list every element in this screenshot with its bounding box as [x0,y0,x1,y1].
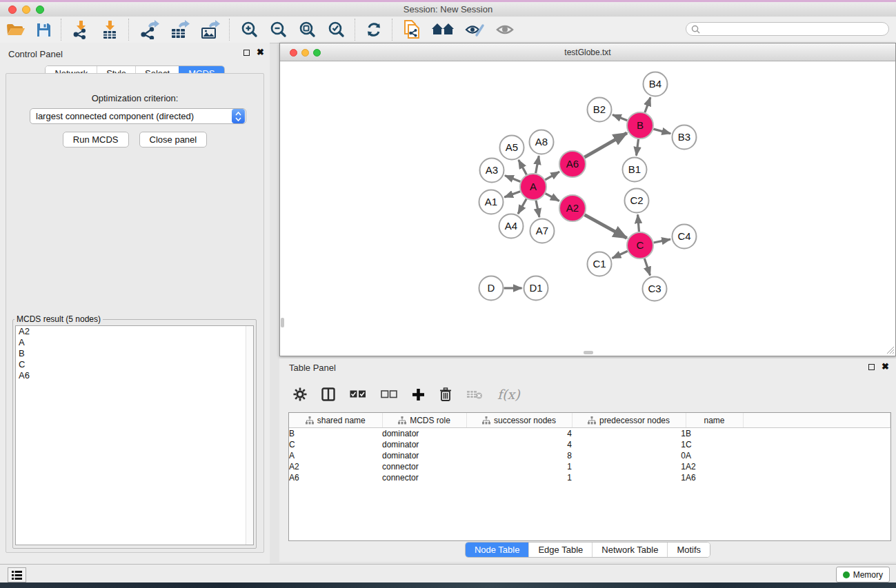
column-header[interactable]: predecessor nodes [572,413,686,428]
graph-edge-B-B4[interactable] [645,97,650,112]
table-cell[interactable]: dominator [382,450,466,461]
table-cell[interactable]: C [686,439,743,450]
table-cell[interactable]: A6 [289,472,382,483]
close-panel-button[interactable]: Close panel [139,132,208,148]
table-cell[interactable]: 1 [466,472,572,483]
table-cell[interactable]: connector [382,461,466,472]
graph-edge-A-A7[interactable] [536,201,539,217]
result-item[interactable]: B [16,348,253,359]
table-cell[interactable]: A [686,450,743,461]
resize-grip-icon[interactable] [885,345,895,354]
export-network-button[interactable] [134,18,164,41]
table-cell[interactable]: 1 [466,461,572,472]
float-table-panel-icon[interactable] [868,364,875,370]
table-cell[interactable]: 0 [572,450,686,461]
graph-edge-C-C3[interactable] [644,258,650,276]
result-item[interactable]: A2 [16,326,253,337]
table-cell[interactable]: A2 [289,461,382,472]
table-cell[interactable]: A2 [686,461,743,472]
table-cell[interactable]: connector [382,472,466,483]
table-cell[interactable]: B [289,428,382,440]
table-cell[interactable]: 4 [466,439,572,450]
import-network-button[interactable] [66,18,95,41]
column-header[interactable]: name [686,413,743,428]
graph-edge-A-A6[interactable] [545,172,559,180]
deselect-all-button[interactable] [381,390,397,398]
table-cell[interactable]: 1 [572,428,686,440]
add-column-button[interactable] [412,388,425,401]
save-session-button[interactable] [30,18,57,41]
column-visibility-button[interactable] [321,387,335,401]
table-row[interactable]: A2connector11A2 [289,461,890,472]
graph-edge-A-A8[interactable] [536,156,539,173]
table-cell[interactable]: A6 [686,472,743,483]
table-row[interactable]: Cdominator41C [289,439,890,450]
graph-edge-A-A5[interactable] [519,160,527,174]
close-panel-icon[interactable]: ✖ [257,49,264,56]
close-table-panel-icon[interactable]: ✖ [882,363,889,370]
table-cell[interactable]: 8 [466,450,572,461]
graph-edge-A-A1[interactable] [504,192,520,197]
show-all-button[interactable] [490,18,520,41]
tab-network-table[interactable]: Network Table [592,543,667,557]
column-header[interactable]: MCDS role [382,413,466,428]
zoom-selected-button[interactable] [321,18,350,41]
graph-edge-B-B1[interactable] [637,139,639,156]
zoom-out-button[interactable] [263,18,292,41]
graph-edge-C-C4[interactable] [654,239,670,243]
task-history-button[interactable] [8,567,26,582]
canvas-vscroll-thumb[interactable] [281,318,284,327]
table-row[interactable]: A6connector11A6 [289,472,890,483]
refresh-layout-button[interactable] [360,18,388,41]
column-header[interactable]: shared name [289,413,382,428]
table-cell[interactable]: 1 [572,472,686,483]
result-item[interactable]: C [16,359,253,370]
column-header[interactable]: successor nodes [466,413,572,428]
run-mcds-button[interactable]: Run MCDS [63,132,129,148]
home-views-button[interactable] [426,18,459,41]
network-canvas[interactable]: B4B2BB3A5A8A6A3B1AA1C2A2A4A7C4CC1C3DD1 [280,61,895,355]
function-builder-button[interactable]: f(x) [497,387,520,402]
table-cell[interactable]: C [289,439,382,450]
table-settings-button[interactable] [293,387,307,401]
table-cell[interactable]: 4 [466,428,572,440]
graph-edge-A-A4[interactable] [518,199,526,214]
zoom-fit-button[interactable] [292,18,321,41]
export-image-button[interactable] [195,18,225,41]
graph-edge-C-C2[interactable] [638,214,639,232]
table-row[interactable]: Bdominator41B [289,428,890,440]
graph-edge-B-B3[interactable] [653,129,670,134]
canvas-hscroll-thumb[interactable] [584,351,593,354]
float-panel-icon[interactable] [243,50,250,56]
table-cell[interactable]: A [289,450,382,461]
graph-edge-A2-C[interactable] [585,215,627,239]
memory-button[interactable]: Memory [836,567,890,582]
result-list-scrollbar[interactable] [246,326,253,545]
result-item[interactable]: A [16,337,253,348]
import-table-button[interactable] [95,18,124,41]
table-row[interactable]: Adominator80A [289,450,890,461]
hide-selected-button[interactable] [459,18,490,41]
table-cell[interactable]: B [686,428,743,440]
delete-table-button[interactable] [466,389,483,400]
select-all-button[interactable] [350,390,366,398]
export-table-button[interactable] [164,18,195,41]
network-canvas-svg[interactable]: B4B2BB3A5A8A6A3B1AA1C2A2A4A7C4CC1C3DD1 [280,61,895,355]
graph-edge-A6-B[interactable] [584,133,627,157]
table-cell[interactable]: 1 [572,461,686,472]
tab-motifs[interactable]: Motifs [667,543,710,557]
table-cell[interactable]: 1 [572,439,686,450]
result-item[interactable]: A6 [16,370,253,381]
open-session-button[interactable] [0,18,30,41]
graph-edge-A-A3[interactable] [505,176,520,182]
table-cell[interactable]: dominator [382,439,466,450]
clone-network-button[interactable] [397,18,426,41]
delete-column-button[interactable] [439,387,452,401]
tab-node-table[interactable]: Node Table [466,543,529,557]
graph-edge-C-C1[interactable] [613,251,628,258]
zoom-in-button[interactable] [235,18,263,41]
tab-edge-table[interactable]: Edge Table [528,543,592,557]
graph-edge-B-B2[interactable] [613,114,627,120]
graph-edge-A-A2[interactable] [546,194,559,201]
optimization-select[interactable]: largest connected component (directed) [30,108,246,124]
